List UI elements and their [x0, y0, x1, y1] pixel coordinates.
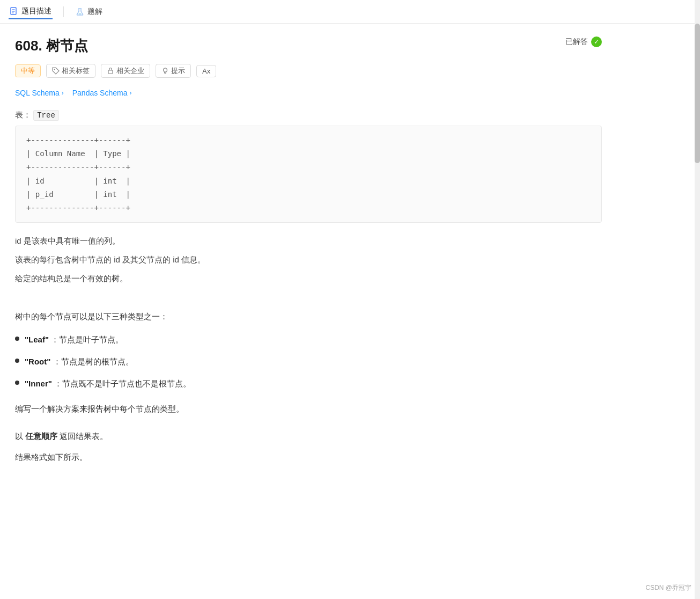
inner-desc: ：节点既不是叶子节点也不是根节点。: [54, 379, 191, 388]
bullet-dot-leaf: [15, 337, 19, 341]
result-note: 结果格式如下所示。: [15, 450, 602, 464]
svg-point-5: [79, 13, 82, 14]
flask-icon: [76, 8, 84, 16]
svg-rect-7: [108, 70, 113, 74]
table-desc-1: id 是该表中具有唯一值的列。: [15, 233, 602, 248]
svg-point-8: [164, 68, 167, 72]
schema-content: +--------------+------+ | Column Name | …: [26, 134, 591, 215]
table-desc-3: 给定的结构总是一个有效的树。: [15, 271, 602, 286]
node-types-intro: 树中的每个节点可以是以下三种类型之一：: [15, 309, 602, 324]
task-text: 编写一个解决方案来报告树中每个节点的类型。: [15, 401, 602, 416]
tab-description[interactable]: 题目描述: [9, 4, 53, 19]
solved-label: 已解答: [565, 37, 588, 47]
difficulty-tag[interactable]: 中等: [15, 64, 41, 77]
node-types-list: "Leaf" ：节点是叶子节点。 "Root" ：节点是树的根节点。 "Inne…: [15, 332, 602, 391]
root-desc: ：节点是树的根节点。: [53, 357, 134, 366]
problem-title: 608. 树节点: [15, 36, 88, 55]
tab-solution-label: 题解: [87, 7, 102, 17]
scrollbar[interactable]: [695, 0, 700, 599]
bullet-dot-root: [15, 359, 19, 363]
root-label: "Root": [25, 357, 50, 366]
leaf-desc: ：节点是叶子节点。: [51, 335, 123, 344]
schema-links: SQL Schema › Pandas Schema ›: [15, 89, 602, 97]
table-label: 表： Tree: [15, 110, 602, 120]
schema-box: +--------------+------+ | Column Name | …: [15, 126, 602, 223]
hint-button[interactable]: 提示: [156, 64, 191, 78]
svg-point-6: [54, 69, 55, 70]
pandas-schema-link[interactable]: Pandas Schema ›: [72, 89, 132, 97]
bullet-dot-inner: [15, 381, 19, 385]
inner-label: "Inner": [25, 379, 52, 388]
problem-header: 608. 树节点 已解答 ✓: [15, 36, 602, 55]
solved-check-icon: ✓: [591, 36, 602, 47]
tab-description-label: 题目描述: [21, 6, 51, 16]
list-item-leaf: "Leaf" ：节点是叶子节点。: [15, 332, 602, 347]
font-toggle-button[interactable]: Ax: [196, 65, 216, 77]
order-prefix: 以: [15, 432, 25, 441]
sql-schema-link[interactable]: SQL Schema ›: [15, 89, 64, 97]
leaf-label: "Leaf": [25, 335, 49, 344]
top-tabs-bar: 题目描述 题解: [0, 0, 700, 24]
footer-watermark: CSDN @乔冠宇: [645, 583, 691, 593]
solved-badge: 已解答 ✓: [565, 36, 602, 47]
tab-divider: [63, 6, 64, 17]
tags-row: 中等 相关标签 相关企业 提示 Ax: [15, 64, 602, 78]
tab-solution[interactable]: 题解: [75, 5, 104, 19]
lock-icon: [107, 67, 114, 75]
doc-icon: [10, 7, 18, 16]
table-desc-2: 该表的每行包含树中节点的 id 及其父节点的 id 信息。: [15, 252, 602, 267]
table-name-code: Tree: [33, 110, 59, 121]
tag-icon: [52, 67, 60, 75]
related-company-button[interactable]: 相关企业: [101, 64, 150, 78]
pandas-schema-chevron-icon: ›: [129, 89, 131, 97]
list-item-root: "Root" ：节点是树的根节点。: [15, 354, 602, 369]
related-tags-button[interactable]: 相关标签: [46, 64, 95, 78]
order-suffix: 返回结果表。: [60, 432, 108, 441]
sql-schema-chevron-icon: ›: [62, 89, 64, 97]
table-descriptions: id 是该表中具有唯一值的列。 该表的每行包含树中节点的 id 及其父节点的 i…: [15, 233, 602, 286]
scrollbar-thumb[interactable]: [695, 24, 700, 163]
bulb-icon: [161, 67, 169, 75]
list-item-inner: "Inner" ：节点既不是叶子节点也不是根节点。: [15, 376, 602, 391]
main-content: 608. 树节点 已解答 ✓ 中等 相关标签 相关企业: [0, 24, 617, 492]
order-note: 以 任意顺序 返回结果表。: [15, 429, 602, 443]
order-bold: 任意顺序: [25, 432, 57, 441]
